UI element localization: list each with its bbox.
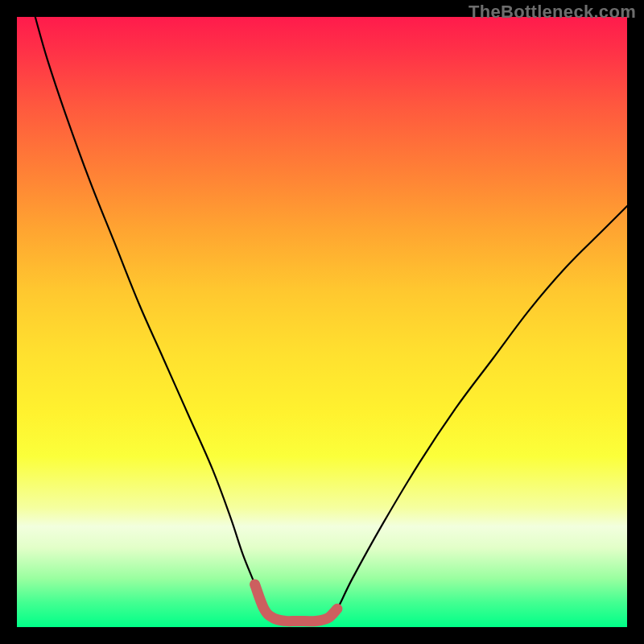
trough-highlight [255,584,337,621]
chart-frame: TheBottleneck.com [0,0,644,644]
watermark-text: TheBottleneck.com [469,2,636,23]
plot-area [17,17,627,627]
bottleneck-curve [35,17,627,621]
chart-svg [17,17,627,627]
